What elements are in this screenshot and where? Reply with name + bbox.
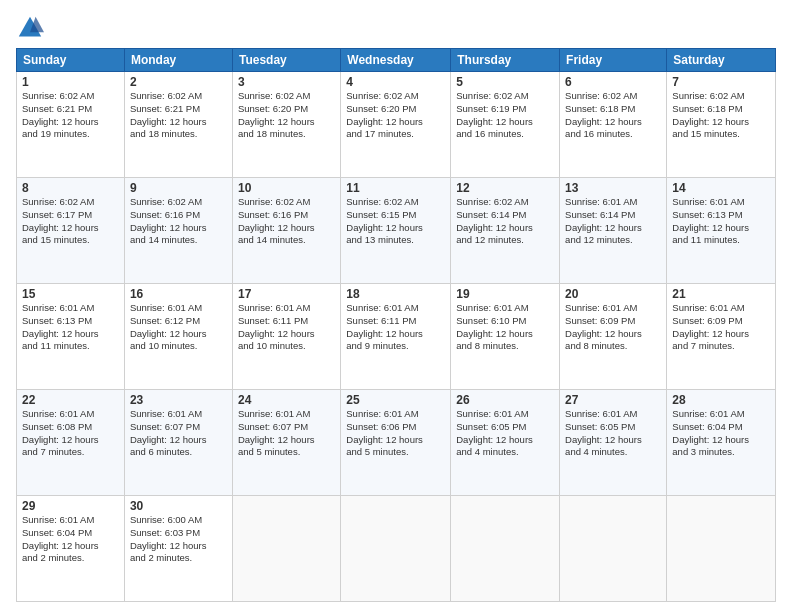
calendar-cell: 7Sunrise: 6:02 AM Sunset: 6:18 PM Daylig… [667, 72, 776, 178]
day-number: 3 [238, 75, 335, 89]
day-number: 22 [22, 393, 119, 407]
calendar-week-row: 22Sunrise: 6:01 AM Sunset: 6:08 PM Dayli… [17, 390, 776, 496]
calendar-cell: 24Sunrise: 6:01 AM Sunset: 6:07 PM Dayli… [232, 390, 340, 496]
calendar-cell: 26Sunrise: 6:01 AM Sunset: 6:05 PM Dayli… [451, 390, 560, 496]
day-info: Sunrise: 6:02 AM Sunset: 6:21 PM Dayligh… [22, 90, 119, 141]
day-info: Sunrise: 6:01 AM Sunset: 6:11 PM Dayligh… [346, 302, 445, 353]
day-info: Sunrise: 6:01 AM Sunset: 6:12 PM Dayligh… [130, 302, 227, 353]
day-number: 8 [22, 181, 119, 195]
day-info: Sunrise: 6:01 AM Sunset: 6:04 PM Dayligh… [22, 514, 119, 565]
day-info: Sunrise: 6:02 AM Sunset: 6:16 PM Dayligh… [130, 196, 227, 247]
day-info: Sunrise: 6:02 AM Sunset: 6:21 PM Dayligh… [130, 90, 227, 141]
calendar-cell: 17Sunrise: 6:01 AM Sunset: 6:11 PM Dayli… [232, 284, 340, 390]
header-tuesday: Tuesday [232, 49, 340, 72]
calendar-week-row: 8Sunrise: 6:02 AM Sunset: 6:17 PM Daylig… [17, 178, 776, 284]
day-number: 29 [22, 499, 119, 513]
day-number: 19 [456, 287, 554, 301]
calendar-cell: 2Sunrise: 6:02 AM Sunset: 6:21 PM Daylig… [124, 72, 232, 178]
day-info: Sunrise: 6:01 AM Sunset: 6:09 PM Dayligh… [565, 302, 661, 353]
day-number: 27 [565, 393, 661, 407]
day-info: Sunrise: 6:01 AM Sunset: 6:13 PM Dayligh… [672, 196, 770, 247]
day-number: 16 [130, 287, 227, 301]
day-number: 7 [672, 75, 770, 89]
calendar-cell: 20Sunrise: 6:01 AM Sunset: 6:09 PM Dayli… [560, 284, 667, 390]
day-info: Sunrise: 6:02 AM Sunset: 6:18 PM Dayligh… [565, 90, 661, 141]
day-number: 5 [456, 75, 554, 89]
calendar-cell: 23Sunrise: 6:01 AM Sunset: 6:07 PM Dayli… [124, 390, 232, 496]
calendar-cell [232, 496, 340, 602]
day-info: Sunrise: 6:01 AM Sunset: 6:13 PM Dayligh… [22, 302, 119, 353]
day-number: 11 [346, 181, 445, 195]
day-info: Sunrise: 6:00 AM Sunset: 6:03 PM Dayligh… [130, 514, 227, 565]
day-number: 18 [346, 287, 445, 301]
day-number: 2 [130, 75, 227, 89]
day-info: Sunrise: 6:01 AM Sunset: 6:10 PM Dayligh… [456, 302, 554, 353]
day-info: Sunrise: 6:02 AM Sunset: 6:15 PM Dayligh… [346, 196, 445, 247]
day-number: 25 [346, 393, 445, 407]
calendar-cell: 4Sunrise: 6:02 AM Sunset: 6:20 PM Daylig… [341, 72, 451, 178]
day-number: 30 [130, 499, 227, 513]
day-info: Sunrise: 6:01 AM Sunset: 6:07 PM Dayligh… [238, 408, 335, 459]
calendar-week-row: 29Sunrise: 6:01 AM Sunset: 6:04 PM Dayli… [17, 496, 776, 602]
day-info: Sunrise: 6:02 AM Sunset: 6:16 PM Dayligh… [238, 196, 335, 247]
calendar-cell: 27Sunrise: 6:01 AM Sunset: 6:05 PM Dayli… [560, 390, 667, 496]
calendar-cell: 22Sunrise: 6:01 AM Sunset: 6:08 PM Dayli… [17, 390, 125, 496]
header-saturday: Saturday [667, 49, 776, 72]
calendar-cell: 14Sunrise: 6:01 AM Sunset: 6:13 PM Dayli… [667, 178, 776, 284]
calendar-cell: 1Sunrise: 6:02 AM Sunset: 6:21 PM Daylig… [17, 72, 125, 178]
day-number: 9 [130, 181, 227, 195]
day-info: Sunrise: 6:01 AM Sunset: 6:08 PM Dayligh… [22, 408, 119, 459]
calendar-cell: 15Sunrise: 6:01 AM Sunset: 6:13 PM Dayli… [17, 284, 125, 390]
day-number: 26 [456, 393, 554, 407]
calendar-cell: 12Sunrise: 6:02 AM Sunset: 6:14 PM Dayli… [451, 178, 560, 284]
day-number: 4 [346, 75, 445, 89]
day-info: Sunrise: 6:02 AM Sunset: 6:18 PM Dayligh… [672, 90, 770, 141]
header-friday: Friday [560, 49, 667, 72]
day-info: Sunrise: 6:01 AM Sunset: 6:04 PM Dayligh… [672, 408, 770, 459]
calendar-cell: 30Sunrise: 6:00 AM Sunset: 6:03 PM Dayli… [124, 496, 232, 602]
calendar-cell [341, 496, 451, 602]
calendar-cell: 19Sunrise: 6:01 AM Sunset: 6:10 PM Dayli… [451, 284, 560, 390]
header-thursday: Thursday [451, 49, 560, 72]
calendar-cell: 25Sunrise: 6:01 AM Sunset: 6:06 PM Dayli… [341, 390, 451, 496]
day-number: 21 [672, 287, 770, 301]
calendar-cell: 29Sunrise: 6:01 AM Sunset: 6:04 PM Dayli… [17, 496, 125, 602]
day-info: Sunrise: 6:01 AM Sunset: 6:14 PM Dayligh… [565, 196, 661, 247]
calendar-cell: 9Sunrise: 6:02 AM Sunset: 6:16 PM Daylig… [124, 178, 232, 284]
calendar-week-row: 15Sunrise: 6:01 AM Sunset: 6:13 PM Dayli… [17, 284, 776, 390]
day-info: Sunrise: 6:02 AM Sunset: 6:19 PM Dayligh… [456, 90, 554, 141]
day-number: 6 [565, 75, 661, 89]
page-header [16, 10, 776, 42]
day-number: 14 [672, 181, 770, 195]
day-number: 28 [672, 393, 770, 407]
day-info: Sunrise: 6:02 AM Sunset: 6:14 PM Dayligh… [456, 196, 554, 247]
day-info: Sunrise: 6:02 AM Sunset: 6:20 PM Dayligh… [238, 90, 335, 141]
day-number: 24 [238, 393, 335, 407]
logo-icon [16, 14, 44, 42]
calendar-cell [560, 496, 667, 602]
calendar-cell: 10Sunrise: 6:02 AM Sunset: 6:16 PM Dayli… [232, 178, 340, 284]
calendar-header-row: SundayMondayTuesdayWednesdayThursdayFrid… [17, 49, 776, 72]
calendar-table: SundayMondayTuesdayWednesdayThursdayFrid… [16, 48, 776, 602]
day-info: Sunrise: 6:01 AM Sunset: 6:05 PM Dayligh… [456, 408, 554, 459]
logo [16, 14, 48, 42]
calendar-cell: 18Sunrise: 6:01 AM Sunset: 6:11 PM Dayli… [341, 284, 451, 390]
calendar-week-row: 1Sunrise: 6:02 AM Sunset: 6:21 PM Daylig… [17, 72, 776, 178]
header-sunday: Sunday [17, 49, 125, 72]
calendar-cell: 8Sunrise: 6:02 AM Sunset: 6:17 PM Daylig… [17, 178, 125, 284]
calendar-cell: 13Sunrise: 6:01 AM Sunset: 6:14 PM Dayli… [560, 178, 667, 284]
day-number: 23 [130, 393, 227, 407]
day-number: 12 [456, 181, 554, 195]
day-number: 13 [565, 181, 661, 195]
day-info: Sunrise: 6:01 AM Sunset: 6:06 PM Dayligh… [346, 408, 445, 459]
day-number: 20 [565, 287, 661, 301]
calendar-cell: 3Sunrise: 6:02 AM Sunset: 6:20 PM Daylig… [232, 72, 340, 178]
day-number: 10 [238, 181, 335, 195]
day-info: Sunrise: 6:01 AM Sunset: 6:05 PM Dayligh… [565, 408, 661, 459]
day-info: Sunrise: 6:01 AM Sunset: 6:07 PM Dayligh… [130, 408, 227, 459]
calendar-cell: 11Sunrise: 6:02 AM Sunset: 6:15 PM Dayli… [341, 178, 451, 284]
calendar-cell: 5Sunrise: 6:02 AM Sunset: 6:19 PM Daylig… [451, 72, 560, 178]
day-info: Sunrise: 6:01 AM Sunset: 6:11 PM Dayligh… [238, 302, 335, 353]
header-monday: Monday [124, 49, 232, 72]
day-info: Sunrise: 6:01 AM Sunset: 6:09 PM Dayligh… [672, 302, 770, 353]
